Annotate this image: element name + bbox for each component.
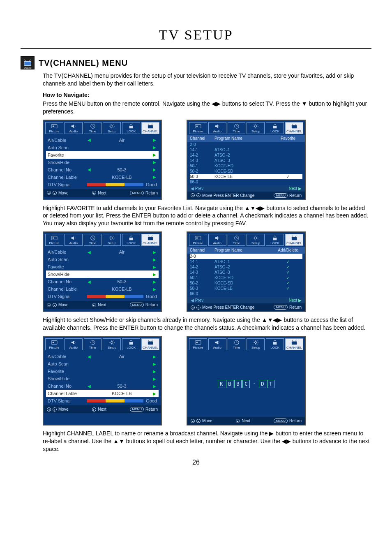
- tab-picture[interactable]: Picture: [45, 234, 63, 246]
- next-link[interactable]: Next ▶: [289, 298, 302, 303]
- list-row[interactable]: 50-1KOCE-HD: [190, 163, 302, 169]
- menu-row-show_hide[interactable]: Show/Hide▶: [46, 271, 159, 278]
- tab-time[interactable]: Time: [228, 338, 246, 350]
- menu-row-dtv_signal[interactable]: DTV SignalGood: [46, 397, 159, 405]
- tab-channel[interactable]: CHANNEL: [141, 234, 159, 246]
- list-row[interactable]: 50-3KOCE-LB✓: [190, 174, 302, 179]
- menu-row-air_cable[interactable]: Air/Cable◀Air▶: [46, 136, 159, 144]
- tab-channel[interactable]: CHANNEL: [141, 122, 159, 134]
- list-row[interactable]: 14-3ATSC -3✓: [190, 270, 302, 275]
- tab-channel[interactable]: CHANNEL: [285, 122, 303, 134]
- list-row[interactable]: 66-0: [190, 179, 302, 185]
- menu-row-show_hide[interactable]: Show/Hide▶: [46, 375, 159, 382]
- tab-time[interactable]: Time: [84, 338, 102, 350]
- menu-row-favorite[interactable]: Favorite▶: [46, 263, 159, 271]
- menu-row-channel_lbl[interactable]: Channel LableKOCE-LB▶: [46, 173, 159, 181]
- menu-row-dtv_signal[interactable]: DTV SignalGood: [46, 293, 159, 300]
- tab-audio[interactable]: Audio: [65, 234, 83, 246]
- prev-link[interactable]: ◀ Prev: [191, 298, 203, 303]
- channel-label-editor[interactable]: KBBC-DT: [187, 351, 305, 417]
- svg-rect-39: [129, 342, 133, 345]
- tab-picture[interactable]: Picture: [45, 338, 63, 350]
- menu-row-favorite[interactable]: Favorite▶: [46, 151, 159, 159]
- svg-line-9: [148, 123, 150, 125]
- svg-line-2: [29, 60, 31, 62]
- menu-row-channel_no[interactable]: Channel No.◀50-3▶: [46, 278, 159, 285]
- svg-line-26: [152, 236, 153, 237]
- tab-lock[interactable]: LOCK: [266, 338, 284, 350]
- svg-rect-16: [292, 125, 297, 128]
- list-row[interactable]: 50-1KOCE-HD✓: [190, 275, 302, 280]
- menu-row-favorite[interactable]: Favorite▶: [46, 368, 159, 375]
- svg-line-33: [292, 236, 293, 237]
- tab-setup[interactable]: Setup: [103, 122, 121, 134]
- menu-row-channel_no[interactable]: Channel No.◀50-3▶: [46, 382, 159, 390]
- tab-lock[interactable]: LOCK: [122, 338, 140, 350]
- tab-setup[interactable]: Setup: [247, 234, 265, 246]
- menu-row-air_cable[interactable]: Air/Cable◀Air▶: [46, 353, 159, 360]
- osd-tab-bar: PictureAudioTimeSetupLOCKCHANNEL: [187, 120, 305, 135]
- menu-row-dtv_signal[interactable]: DTV SignalGood: [46, 181, 159, 188]
- menu-row-air_cable[interactable]: Air/Cable◀Air▶: [46, 248, 159, 256]
- osd-tab-bar: PictureAudioTimeSetupLOCKCHANNEL: [187, 337, 305, 351]
- tab-time[interactable]: Time: [84, 122, 102, 134]
- menu-row-channel_lbl[interactable]: Channel LableKOCE-LB▶: [46, 390, 159, 397]
- tab-audio[interactable]: Audio: [208, 338, 226, 350]
- list-row[interactable]: 2-0: [190, 142, 302, 147]
- svg-line-49: [292, 340, 293, 342]
- list-row[interactable]: 50-2KOCE-SD: [190, 169, 302, 174]
- tab-time[interactable]: Time: [84, 234, 102, 246]
- list-row[interactable]: 14-1ATSC -1✓: [190, 259, 302, 264]
- tab-audio[interactable]: Audio: [65, 122, 83, 134]
- osd-footer: ◂▸ Move Press ENTER ChangeMENU Return: [187, 303, 305, 311]
- tab-time[interactable]: Time: [228, 234, 246, 246]
- tab-lock[interactable]: LOCK: [266, 122, 284, 134]
- list-row[interactable]: 2-0: [190, 254, 302, 259]
- tab-setup[interactable]: Setup: [103, 338, 121, 350]
- tab-audio[interactable]: Audio: [65, 338, 83, 350]
- svg-rect-31: [273, 238, 277, 240]
- osd-footer: ◂▸ Move▸ NxetMENU Return: [44, 189, 161, 197]
- list-row[interactable]: 14-3ATSC -3: [190, 158, 302, 163]
- tab-audio[interactable]: Audio: [208, 234, 226, 246]
- tab-channel[interactable]: CHANNEL: [141, 338, 159, 350]
- tab-lock[interactable]: LOCK: [266, 234, 284, 246]
- menu-row-channel_no[interactable]: Channel No.◀50-3▶: [46, 166, 159, 173]
- menu-row-show_hide[interactable]: Show/Hide▶: [46, 159, 159, 166]
- menu-row-auto_scan[interactable]: Auto Scan▶: [46, 256, 159, 263]
- list-row[interactable]: 50-2KOCE-SD✓: [190, 280, 302, 286]
- tab-setup[interactable]: Setup: [247, 122, 265, 134]
- tab-audio[interactable]: Audio: [208, 122, 226, 134]
- tab-lock[interactable]: LOCK: [122, 122, 140, 134]
- osd-tab-bar: PictureAudioTimeSetupLOCKCHANNEL: [44, 232, 161, 247]
- tab-picture[interactable]: Picture: [189, 338, 207, 350]
- osd-favorite-list: PictureAudioTimeSetupLOCKCHANNELChannelP…: [187, 120, 306, 200]
- osd-footer: ◂▸ Move Press ENTER ChangeMENU Return: [187, 192, 305, 199]
- tab-channel[interactable]: CHANNEL: [285, 338, 303, 350]
- tab-setup[interactable]: Setup: [247, 338, 265, 350]
- svg-line-41: [148, 340, 150, 342]
- menu-row-auto_scan[interactable]: Auto Scan▶: [46, 360, 159, 368]
- list-row[interactable]: 66-0: [190, 291, 302, 296]
- svg-line-25: [148, 236, 150, 237]
- menu-row-auto_scan[interactable]: Auto Scan▶: [46, 144, 159, 151]
- tab-lock[interactable]: LOCK: [122, 234, 140, 246]
- list-row[interactable]: 14-1ATSC -1: [190, 147, 302, 153]
- list-row[interactable]: 50-3KOCE-LB✓: [190, 286, 302, 291]
- list-row[interactable]: 14-2ATSC -2✓: [190, 264, 302, 270]
- list-row[interactable]: 14-2ATSC -2: [190, 153, 302, 158]
- osd-menu-favorite-hl: PictureAudioTimeSetupLOCKCHANNELAir/Cabl…: [43, 120, 162, 200]
- tab-channel[interactable]: CHANNEL: [285, 234, 303, 246]
- list-header: ChannelProgram NameAdd/Delete: [187, 247, 305, 254]
- prev-link[interactable]: ◀ Prev: [191, 186, 203, 191]
- tab-setup[interactable]: Setup: [103, 234, 121, 246]
- tab-time[interactable]: Time: [228, 122, 246, 134]
- menu-row-channel_lbl[interactable]: Channel LableKOCE-LB▶: [46, 285, 159, 293]
- svg-rect-19: [51, 236, 57, 240]
- tab-picture[interactable]: Picture: [189, 234, 207, 246]
- osd-tab-bar: PictureAudioTimeSetupLOCKCHANNEL: [44, 337, 161, 351]
- tab-picture[interactable]: Picture: [189, 122, 207, 134]
- next-link[interactable]: Next ▶: [289, 186, 302, 191]
- osd-menu-showhide-hl: PictureAudioTimeSetupLOCKCHANNELAir/Cabl…: [43, 231, 162, 312]
- tab-picture[interactable]: Picture: [45, 122, 63, 134]
